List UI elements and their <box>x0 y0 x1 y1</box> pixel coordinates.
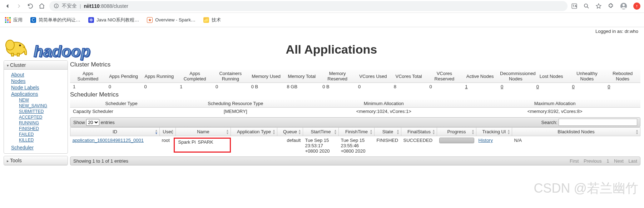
unhealthy-nodes-link[interactable]: 0 <box>572 84 575 89</box>
pager-first[interactable]: First <box>570 158 579 164</box>
search-input[interactable] <box>559 119 637 126</box>
reload-button[interactable] <box>26 2 34 10</box>
page-length-select[interactable]: 20 <box>86 119 99 126</box>
scheduler-metrics-table: Scheduler Type Scheduling Resource Type … <box>70 100 640 115</box>
sm-scheduler-type: Capacity Scheduler <box>70 108 173 115</box>
sidebar: Cluster About Nodes Node Labels Applicat… <box>4 60 68 168</box>
sidebar-link-scheduler[interactable]: Scheduler <box>11 145 66 150</box>
sidebar-link-about[interactable]: About <box>11 72 66 78</box>
th-apps-running[interactable]: Apps Running <box>142 70 177 83</box>
translate-icon[interactable] <box>571 3 578 9</box>
sidebar-cluster-box: Cluster About Nodes Node Labels Applicat… <box>4 60 68 154</box>
active-nodes-link[interactable]: 1 <box>465 84 467 89</box>
pager-1[interactable]: 1 <box>606 158 609 164</box>
th-maximum-allocation[interactable]: Maximum Allocation <box>469 100 640 108</box>
show-prefix: Show <box>73 120 86 125</box>
tracking-link[interactable]: History <box>479 138 493 143</box>
bookmark-1[interactable]: C 简简单单的代码让… <box>30 17 80 23</box>
content: Cluster Metrics Apps Submitted Apps Pend… <box>70 60 640 165</box>
svg-point-10 <box>6 40 14 50</box>
th-name[interactable]: Name▲▼ <box>176 128 231 136</box>
alert-icon[interactable] <box>633 3 640 10</box>
sm-max-alloc: <memory:8192, vCores:8> <box>469 108 640 115</box>
home-button[interactable] <box>38 2 46 10</box>
th-scheduling-resource-type[interactable]: Scheduling Resource Type <box>173 100 298 108</box>
th-memory-used[interactable]: Memory Used <box>248 70 284 83</box>
bookmark-label: 简简单单的代码让… <box>39 17 80 23</box>
bookmark-2[interactable]: ✻ Java NIO系列教程… <box>88 17 139 23</box>
sidebar-state-submitted[interactable]: SUBMITTED <box>19 109 66 114</box>
pager-last[interactable]: Last <box>628 158 637 164</box>
lost-nodes-link[interactable]: 0 <box>536 84 539 89</box>
sidebar-link-node-labels[interactable]: Node Labels <box>11 85 66 90</box>
app-id-link[interactable]: application_1600184981125_0001 <box>73 138 144 143</box>
profile-icon[interactable] <box>620 2 628 10</box>
pager-next[interactable]: Next <box>614 158 624 164</box>
sidebar-state-failed[interactable]: FAILED <box>19 132 66 137</box>
svg-line-5 <box>587 7 589 8</box>
cm-memory-total: 8 GB <box>284 83 320 91</box>
bookmark-4[interactable]: 📁 技术 <box>203 17 221 23</box>
th-apps-completed[interactable]: Apps Completed <box>177 70 213 83</box>
bookmark-3[interactable]: ★ Overview - Spark… <box>147 17 195 23</box>
extension-icon[interactable] <box>608 3 614 9</box>
th-vcores-used[interactable]: VCores Used <box>355 70 391 83</box>
th-app-type[interactable]: Application Type▲▼ <box>231 128 277 136</box>
th-vcores-total[interactable]: VCores Total <box>391 70 427 83</box>
th-blacklist[interactable]: Blacklisted Nodes▲▼ <box>512 128 640 136</box>
cm-unhealthy-nodes: 0 <box>569 83 605 91</box>
apps-button[interactable]: 应用 <box>5 17 23 23</box>
sidebar-state-killed[interactable]: KILLED <box>19 138 66 143</box>
th-containers-running[interactable]: Containers Running <box>213 70 248 83</box>
th-vcores-reserved[interactable]: VCores Reserved <box>427 70 462 83</box>
decommissioned-nodes-link[interactable]: 0 <box>501 84 503 89</box>
sidebar-state-new-saving[interactable]: NEW_SAVING <box>19 103 66 108</box>
zoom-icon[interactable] <box>583 3 590 9</box>
th-unhealthy-nodes[interactable]: Unhealthy Nodes <box>569 70 605 83</box>
th-rebooted-nodes[interactable]: Rebooted Nodes <box>605 70 640 83</box>
sidebar-state-accepted[interactable]: ACCEPTED <box>19 115 66 120</box>
back-button[interactable] <box>4 2 11 10</box>
sm-min-alloc: <memory:1024, vCores:1> <box>298 108 469 115</box>
th-fstatus[interactable]: FinalStatus▲▼ <box>401 128 437 136</box>
th-user[interactable]: User▲▼ <box>160 128 176 136</box>
sm-resource-type: [MEMORY] <box>173 108 298 115</box>
th-memory-reserved[interactable]: Memory Reserved <box>319 70 355 83</box>
th-finish[interactable]: FinishTime▲▼ <box>339 128 375 136</box>
cm-containers-running: 0 <box>213 83 248 91</box>
th-active-nodes[interactable]: Active Nodes <box>462 70 498 83</box>
sidebar-state-new[interactable]: NEW <box>19 98 66 103</box>
th-minimum-allocation[interactable]: Minimum Allocation <box>298 100 469 108</box>
rebooted-nodes-link[interactable]: 0 <box>608 84 610 89</box>
th-apps-submitted[interactable]: Apps Submitted <box>70 70 106 83</box>
cell-queue: default <box>277 136 303 155</box>
th-progress[interactable]: Progress▲▼ <box>437 128 476 136</box>
th-state[interactable]: State▲▼ <box>375 128 401 136</box>
sidebar-head-tools[interactable]: Tools <box>4 156 68 165</box>
pager: First Previous 1 Next Last <box>566 158 637 164</box>
pager-prev[interactable]: Previous <box>584 158 602 164</box>
th-queue[interactable]: Queue▲▼ <box>277 128 303 136</box>
forward-button[interactable] <box>15 2 23 10</box>
cm-active-nodes: 1 <box>462 83 498 91</box>
sidebar-head-cluster[interactable]: Cluster <box>4 61 68 70</box>
th-decommissioned-nodes[interactable]: Decommissioned Nodes <box>498 70 534 83</box>
th-scheduler-type[interactable]: Scheduler Type <box>70 100 173 108</box>
sidebar-link-applications[interactable]: Applications <box>11 91 66 97</box>
bookmark-label: Java NIO系列教程… <box>96 17 139 23</box>
cm-apps-running: 0 <box>142 83 177 91</box>
th-tracking[interactable]: Tracking UI▲▼ <box>476 128 512 136</box>
bookmark-label: Overview - Spark… <box>155 17 195 23</box>
th-apps-pending[interactable]: Apps Pending <box>106 70 142 83</box>
sidebar-link-nodes[interactable]: Nodes <box>11 78 66 84</box>
th-memory-total[interactable]: Memory Total <box>284 70 320 83</box>
hadoop-logo: hadoop <box>0 34 90 60</box>
sidebar-state-running[interactable]: RUNNING <box>19 120 66 125</box>
star-icon[interactable] <box>595 3 602 9</box>
th-start[interactable]: StartTime▲▼ <box>303 128 339 136</box>
cm-memory-used: 0 B <box>248 83 284 91</box>
th-id[interactable]: ID▲▼ <box>70 128 160 136</box>
sidebar-state-finished[interactable]: FINISHED <box>19 126 66 131</box>
th-lost-nodes[interactable]: Lost Nodes <box>534 70 569 83</box>
address-bar[interactable]: 不安全 | niit110:8088/cluster <box>49 1 568 11</box>
